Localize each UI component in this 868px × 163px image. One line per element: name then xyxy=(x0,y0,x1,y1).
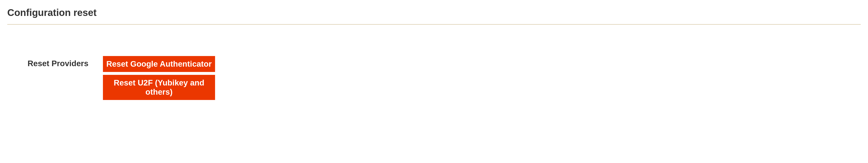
reset-buttons-group: Reset Google Authenticator Reset U2F (Yu… xyxy=(103,56,215,100)
reset-providers-row: Reset Providers Reset Google Authenticat… xyxy=(7,56,861,100)
reset-u2f-button[interactable]: Reset U2F (Yubikey and others) xyxy=(103,75,215,100)
reset-google-authenticator-button[interactable]: Reset Google Authenticator xyxy=(103,56,215,72)
form-content: Reset Providers Reset Google Authenticat… xyxy=(7,25,861,100)
configuration-reset-section: Configuration reset Reset Providers Rese… xyxy=(0,0,868,100)
section-title: Configuration reset xyxy=(7,0,861,25)
reset-providers-label: Reset Providers xyxy=(7,56,103,68)
